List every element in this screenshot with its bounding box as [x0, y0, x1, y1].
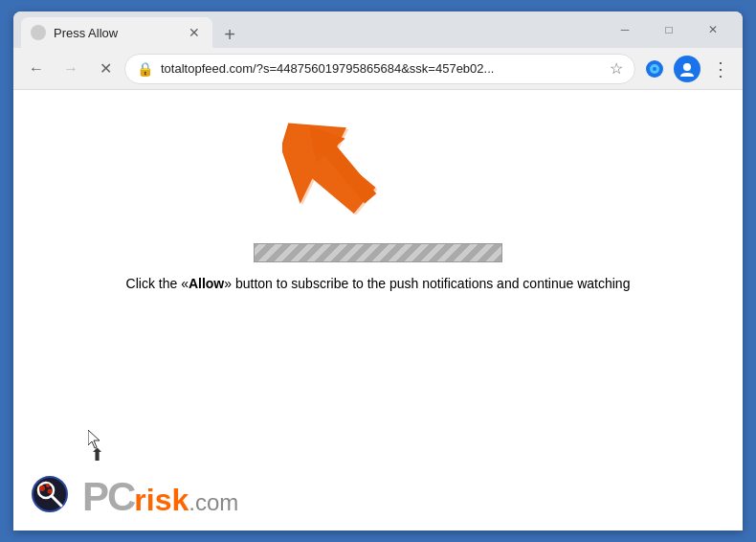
pc-text: PC	[82, 474, 134, 519]
instruction-allow: Allow	[189, 276, 224, 291]
svg-point-13	[46, 484, 50, 487]
pcrisk-logo: PCrisk.com	[13, 463, 254, 531]
svg-point-3	[653, 67, 656, 71]
close-button[interactable]: ✕	[691, 15, 735, 44]
window-controls: ─ □ ✕	[603, 15, 735, 48]
risk-text: risk	[134, 483, 189, 517]
toolbar-right: ⋮	[639, 54, 735, 84]
instruction-suffix: » button to subscribe to the push notifi…	[224, 276, 630, 291]
extension-icon[interactable]	[639, 54, 670, 84]
pcrisk-icon	[29, 473, 77, 521]
pcrisk-text-group: PCrisk.com	[82, 474, 238, 520]
svg-point-14	[48, 489, 53, 494]
bookmark-icon[interactable]: ☆	[610, 59, 623, 78]
browser-window: Press Allow ✕ + ─ □ ✕ ← → ✕ 🔒 totaltopfe…	[13, 11, 743, 531]
tab-title: Press Allow	[54, 26, 178, 40]
svg-point-4	[683, 63, 691, 71]
instruction-prefix: Click the «	[126, 276, 189, 291]
instruction-text: Click the «Allow» button to subscribe to…	[111, 274, 646, 294]
orange-arrow	[282, 109, 397, 215]
maximize-button[interactable]: □	[647, 15, 691, 44]
page-content: Click the «Allow» button to subscribe to…	[13, 90, 743, 531]
reload-button[interactable]: ✕	[90, 54, 121, 84]
address-text: totaltopfeed.com/?s=448756019795865684&s…	[161, 61, 602, 76]
dot-com-text: .com	[189, 489, 238, 515]
profile-icon	[674, 56, 700, 82]
back-button[interactable]: ←	[21, 54, 52, 84]
address-bar[interactable]: 🔒 totaltopfeed.com/?s=448756019795865684…	[124, 54, 635, 84]
mouse-cursor	[88, 430, 103, 453]
forward-button[interactable]: →	[56, 54, 86, 84]
lock-icon: 🔒	[137, 61, 153, 77]
progress-bar-container	[254, 243, 502, 262]
svg-point-12	[39, 486, 45, 491]
tab-favicon	[31, 25, 46, 40]
active-tab[interactable]: Press Allow ✕	[21, 17, 212, 48]
tab-bar: Press Allow ✕ + ─ □ ✕	[13, 11, 743, 48]
tab-close-button[interactable]: ✕	[186, 24, 203, 41]
menu-button[interactable]: ⋮	[704, 54, 735, 84]
svg-marker-8	[88, 430, 100, 448]
svg-point-0	[33, 28, 43, 37]
arrow-area	[13, 90, 743, 215]
new-tab-button[interactable]: +	[216, 21, 243, 48]
minimize-button[interactable]: ─	[603, 15, 647, 44]
profile-button[interactable]	[672, 54, 702, 84]
progress-bar	[254, 243, 502, 262]
toolbar: ← → ✕ 🔒 totaltopfeed.com/?s=448756019795…	[13, 48, 743, 90]
